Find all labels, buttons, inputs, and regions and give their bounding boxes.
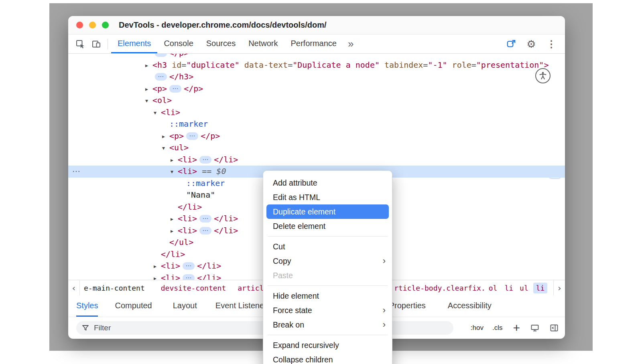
code-token: = — [288, 60, 293, 70]
menu-item-collapse-children[interactable]: Collapse children — [263, 352, 392, 364]
inline-expand-button[interactable]: ⋯ — [199, 227, 211, 235]
expand-arrow-icon[interactable]: ▸ — [162, 131, 169, 143]
inline-expand-button[interactable]: ⋯ — [199, 156, 211, 164]
tree-row[interactable]: ▸<li>⋯</li> — [68, 154, 565, 166]
collapse-arrow-icon[interactable]: ▾ — [154, 107, 161, 119]
minimize-window-button[interactable] — [89, 22, 96, 28]
code-token: </li> — [178, 202, 202, 212]
menu-item-edit-as-html[interactable]: Edit as HTML — [263, 190, 392, 204]
collapse-arrow-icon[interactable]: ▾ — [162, 142, 169, 154]
code-token: role — [447, 60, 471, 70]
expand-arrow-icon[interactable]: ▸ — [171, 154, 178, 166]
breadcrumb-item-ul[interactable]: ul — [520, 284, 528, 292]
inline-expand-button[interactable]: ⋯ — [199, 215, 211, 222]
menu-item-break-on[interactable]: Break on› — [263, 317, 392, 332]
menu-item-copy[interactable]: Copy› — [263, 254, 392, 268]
tab-elements[interactable]: Elements — [111, 34, 157, 53]
inline-expand-button[interactable]: ⋯ — [183, 262, 195, 270]
inline-expand-button[interactable]: ⋯ — [155, 54, 167, 57]
inspect-element-icon[interactable] — [72, 34, 88, 53]
menu-item-hide-element[interactable]: Hide element — [263, 289, 392, 303]
breadcrumb-item-rticle-body-clearfix[interactable]: rticle-body.clearfix. — [394, 284, 486, 292]
inline-expand-button[interactable]: ⋯ — [186, 132, 198, 140]
code-token: <li> — [178, 214, 197, 223]
menu-item-force-state[interactable]: Force state› — [263, 303, 392, 317]
code-token: > — [544, 60, 549, 70]
menu-separator — [268, 236, 388, 237]
collapse-arrow-icon[interactable]: ▾ — [145, 95, 152, 107]
expand-arrow-icon[interactable]: ▸ — [171, 213, 178, 225]
zoom-window-button[interactable] — [102, 22, 109, 28]
breadcrumb-scroll-right-icon[interactable]: › — [553, 280, 565, 295]
toggle-sidebar-icon[interactable] — [550, 324, 559, 332]
code-token: <p> — [152, 84, 167, 93]
inline-expand-button[interactable]: ⋯ — [169, 85, 181, 93]
expand-arrow-icon[interactable]: ▸ — [171, 225, 178, 237]
code-token: <li> — [178, 226, 197, 235]
element-classes-button[interactable]: .cls — [492, 324, 503, 332]
traffic-lights — [76, 22, 109, 28]
expand-arrow-icon[interactable]: ▸ — [145, 83, 152, 95]
submenu-arrow-icon: › — [383, 303, 386, 317]
breadcrumb-item-devsite-content[interactable]: devsite-content — [161, 284, 226, 292]
computed-styles-monitor-icon[interactable] — [530, 324, 539, 332]
code-token: </li> — [214, 214, 238, 223]
tree-row[interactable]: ▾<li> — [68, 107, 565, 119]
menu-item-duplicate-element[interactable]: Duplicate element — [266, 204, 389, 219]
more-actions-icon[interactable]: ⋯ — [72, 166, 80, 178]
submenu-arrow-icon: › — [383, 254, 386, 268]
toggle-element-state-button[interactable]: :hov — [471, 324, 484, 332]
expand-arrow-icon[interactable]: ▸ — [154, 273, 161, 280]
kebab-menu-icon[interactable]: ⋮ — [543, 39, 559, 49]
tree-row[interactable]: ▾<ul> — [68, 142, 565, 154]
context-menu: Add attributeEdit as HTMLDuplicate eleme… — [263, 170, 392, 364]
tree-row[interactable]: ::marker — [68, 118, 565, 130]
menu-separator — [268, 285, 388, 286]
tab-layout[interactable]: Layout — [173, 295, 197, 317]
menu-item-add-attribute[interactable]: Add attribute — [263, 176, 392, 190]
code-token: "-1" — [428, 60, 447, 70]
expand-arrow-icon[interactable]: ▸ — [154, 261, 161, 273]
inline-expand-button[interactable]: ⋯ — [183, 274, 195, 280]
breadcrumb-item-li[interactable]: li — [533, 283, 548, 293]
collapse-arrow-icon[interactable]: ▾ — [171, 166, 178, 178]
code-token: ::marker — [169, 119, 208, 129]
code-token: </p> — [201, 131, 220, 141]
tree-row[interactable]: ⋯</h3> — [68, 71, 565, 83]
tab-performance[interactable]: Performance — [284, 34, 343, 53]
square-arrow-icon[interactable] — [503, 39, 519, 49]
tab-sources[interactable]: Sources — [200, 34, 242, 53]
breadcrumb-item-ol[interactable]: ol — [489, 284, 498, 292]
tab-event-listeners[interactable]: Event Listeners — [215, 295, 271, 317]
breadcrumb-item-e-main-content[interactable]: e-main-content — [84, 284, 145, 292]
tree-row[interactable]: ▾<ol> — [68, 95, 565, 107]
breadcrumb-item-li[interactable]: li — [504, 284, 513, 292]
filter-right-controls: :hov .cls + — [462, 324, 559, 332]
tab-computed[interactable]: Computed — [115, 295, 152, 317]
tab-network[interactable]: Network — [242, 34, 284, 53]
code-token: "Nana" — [186, 190, 215, 200]
gear-icon[interactable]: ⚙ — [523, 39, 539, 49]
tree-row[interactable]: ▸<p>⋯</p> — [68, 83, 565, 95]
code-token: </ul> — [169, 237, 193, 247]
device-toolbar-icon[interactable] — [88, 34, 104, 53]
code-token: <li> — [178, 155, 197, 164]
tab-styles[interactable]: Styles — [76, 295, 98, 317]
close-window-button[interactable] — [76, 22, 83, 28]
breadcrumb-scroll-left-icon[interactable]: ‹ — [68, 280, 80, 295]
menu-item-expand-recursively[interactable]: Expand recursively — [263, 338, 392, 352]
inline-expand-button[interactable]: ⋯ — [155, 73, 167, 81]
tree-row[interactable]: ⋯</p> — [68, 54, 565, 59]
tab-console[interactable]: Console — [157, 34, 199, 53]
filter-funnel-icon — [82, 324, 89, 332]
tab-accessibility[interactable]: Accessibility — [448, 295, 492, 317]
expand-arrow-icon[interactable]: ▸ — [145, 60, 152, 72]
new-style-rule-icon[interactable]: + — [513, 324, 520, 332]
tab-properties[interactable]: Properties — [389, 295, 426, 317]
tree-row[interactable]: ▸<p>⋯</p> — [68, 130, 565, 142]
tree-row[interactable]: ▸<h3 id="duplicate" data-text="Duplicate… — [68, 59, 565, 71]
more-tabs-icon[interactable]: » — [343, 34, 358, 53]
menu-item-delete-element[interactable]: Delete element — [263, 219, 392, 233]
menu-item-cut[interactable]: Cut — [263, 239, 392, 254]
code-token: "Duplicate a node" — [293, 60, 380, 70]
